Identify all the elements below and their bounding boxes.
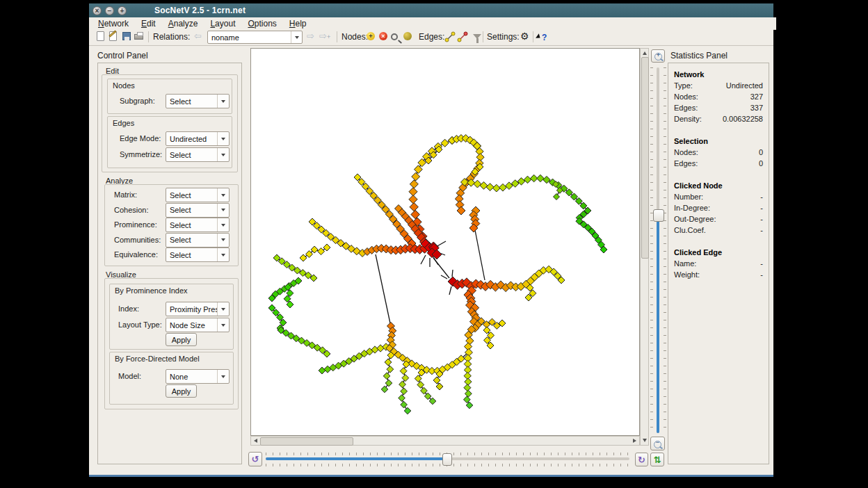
symmetrize-select[interactable]: Select (166, 147, 230, 162)
graph-node[interactable] (415, 165, 423, 174)
reset-layout-button[interactable]: ⇅ (650, 453, 664, 466)
new-file-icon[interactable] (95, 31, 106, 42)
vscroll-thumb[interactable] (641, 57, 649, 259)
hscroll-thumb[interactable] (260, 437, 353, 446)
graph-node[interactable] (492, 184, 500, 192)
graph-node[interactable] (421, 387, 428, 394)
graph-node[interactable] (323, 244, 330, 251)
graph-node[interactable] (480, 181, 488, 189)
save-icon[interactable] (121, 31, 132, 42)
graph-node[interactable] (411, 210, 420, 219)
rotate-left-button[interactable]: ↺ (248, 452, 262, 466)
layout-type-select[interactable]: Node Size (166, 318, 230, 332)
graph-node[interactable] (381, 386, 388, 393)
add-node-icon[interactable]: + (367, 32, 375, 40)
node-properties-icon[interactable] (403, 32, 412, 40)
graph-node[interactable] (300, 254, 307, 261)
analyze-select-cohesion[interactable]: Select (166, 203, 230, 218)
graph-edge[interactable] (376, 254, 390, 323)
prominence-apply-button[interactable]: Apply (166, 333, 197, 346)
graph-node[interactable] (318, 248, 325, 255)
graph-node[interactable] (410, 203, 418, 211)
graph-node[interactable] (409, 188, 417, 196)
graph-node[interactable] (402, 375, 409, 382)
maximize-icon[interactable]: + (118, 6, 127, 15)
menu-network[interactable]: Network (92, 18, 135, 29)
graph-node[interactable] (464, 384, 471, 391)
graph-node[interactable] (465, 378, 472, 385)
graph-edge[interactable] (421, 255, 426, 264)
graph-node[interactable] (554, 194, 560, 200)
add-edge-icon[interactable] (444, 31, 456, 42)
minimize-icon[interactable]: − (105, 6, 114, 15)
force-apply-button[interactable]: Apply (166, 384, 197, 398)
settings-gear-icon[interactable]: ⚙ (520, 31, 529, 42)
graph-node[interactable] (418, 158, 426, 167)
scroll-down-icon[interactable] (643, 439, 647, 442)
title-bar[interactable]: × − + SocNetV 2.5 - 1crn.net (89, 3, 773, 17)
graph-node[interactable] (383, 373, 390, 380)
graph-node[interactable] (400, 368, 407, 375)
graph-node[interactable] (319, 367, 326, 374)
menu-help[interactable]: Help (283, 18, 313, 29)
canvas-vscrollbar[interactable] (640, 48, 649, 446)
graph-node[interactable] (399, 395, 405, 402)
scroll-up-icon[interactable] (643, 51, 647, 55)
graph-node[interactable] (410, 180, 418, 188)
zoom-out-button[interactable]: − (650, 437, 665, 450)
model-select[interactable]: None (166, 369, 230, 384)
analyze-select-communities[interactable]: Select (166, 233, 230, 247)
chevron-down-icon[interactable] (291, 31, 302, 43)
menu-layout[interactable]: Layout (204, 18, 241, 29)
graph-edge[interactable] (452, 270, 453, 277)
scroll-right-icon[interactable] (633, 439, 636, 443)
remove-node-icon[interactable]: × (379, 32, 387, 40)
graph-node[interactable] (474, 180, 481, 188)
menu-analyze[interactable]: Analyze (162, 18, 204, 29)
remove-edge-icon[interactable] (457, 31, 468, 42)
find-node-icon[interactable] (391, 31, 402, 42)
add-relation-icon[interactable]: ⇨+ (319, 31, 330, 41)
menu-options[interactable]: Options (241, 18, 282, 29)
print-icon[interactable] (134, 31, 145, 42)
analyze-select-equivalence[interactable]: Select (166, 247, 230, 262)
graph-node[interactable] (499, 184, 507, 191)
analyze-select-matrix[interactable]: Select (166, 188, 230, 202)
rotate-right-button[interactable]: ↻ (635, 453, 648, 466)
next-relation-icon[interactable]: ⇨ (307, 31, 314, 41)
scroll-left-icon[interactable] (254, 439, 257, 443)
canvas-hscrollbar[interactable] (250, 436, 640, 446)
close-icon[interactable]: × (93, 6, 102, 15)
graph-node[interactable] (465, 390, 472, 397)
graph-node[interactable] (524, 176, 531, 184)
graph-node[interactable] (377, 345, 384, 352)
graph-node[interactable] (537, 174, 544, 181)
graph-node[interactable] (441, 139, 449, 147)
graph-node[interactable] (385, 359, 392, 366)
edit-pencil-icon[interactable] (108, 31, 119, 42)
rotation-slider-handle[interactable] (442, 453, 452, 466)
index-select[interactable]: Proximity Pres (166, 302, 230, 316)
graph-node[interactable] (436, 383, 443, 390)
filter-edges-icon[interactable] (472, 31, 483, 42)
graph-node[interactable] (486, 184, 494, 191)
menu-edit[interactable]: Edit (135, 18, 162, 29)
subgraph-select[interactable]: Select (166, 94, 230, 108)
graph-canvas[interactable] (250, 48, 640, 436)
graph-node[interactable] (412, 172, 420, 181)
network-graph[interactable] (251, 49, 639, 435)
graph-node[interactable] (387, 366, 394, 373)
graph-node[interactable] (404, 407, 411, 414)
analyze-select-prominence[interactable]: Select (166, 218, 230, 232)
graph-node[interactable] (433, 377, 440, 384)
graph-node[interactable] (401, 401, 408, 408)
relation-select[interactable]: noname (207, 31, 303, 44)
graph-node[interactable] (385, 380, 392, 387)
graph-edge[interactable] (449, 286, 451, 295)
edge-mode-select[interactable]: Undirected (166, 131, 230, 146)
zoom-in-button[interactable]: + (651, 49, 665, 63)
prev-relation-icon[interactable]: ⇦ (194, 31, 202, 41)
zoom-slider-handle[interactable] (653, 209, 664, 222)
whats-this-icon[interactable]: ? (537, 31, 548, 42)
graph-node[interactable] (401, 388, 408, 395)
